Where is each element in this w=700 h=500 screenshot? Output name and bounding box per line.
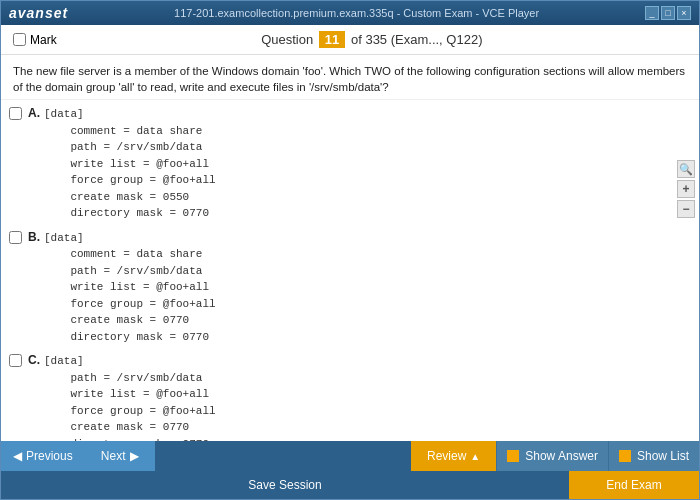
zoom-out-button[interactable]: − <box>677 200 695 218</box>
zoom-controls: 🔍 + − <box>677 160 695 218</box>
answer-label-a: A. <box>28 106 40 120</box>
save-session-button[interactable]: Save Session <box>1 471 569 499</box>
answer-checkbox-c[interactable] <box>9 354 22 367</box>
show-list-label: Show List <box>637 449 689 463</box>
next-button[interactable]: Next ▶ <box>85 441 155 471</box>
main-content: Mark Question 11 of 335 (Exam..., Q122) … <box>1 25 699 499</box>
review-button[interactable]: Review ▲ <box>411 441 496 471</box>
prev-arrow-icon: ◀ <box>13 449 22 463</box>
bottom-toolbar: ◀ Previous Next ▶ Review ▲ Show Answer S… <box>1 441 699 471</box>
minimize-button[interactable]: _ <box>645 6 659 20</box>
question-text: The new file server is a member of the W… <box>1 55 699 100</box>
answer-content-b: [data] comment = data share path = /srv/… <box>44 230 216 346</box>
show-answer-icon <box>507 450 519 462</box>
close-button[interactable]: × <box>677 6 691 20</box>
answer-item-b: B. [data] comment = data share path = /s… <box>9 228 687 348</box>
maximize-button[interactable]: □ <box>661 6 675 20</box>
answer-label-b: B. <box>28 230 40 244</box>
mark-container: Mark <box>13 33 57 47</box>
zoom-search-icon[interactable]: 🔍 <box>677 160 695 178</box>
toolbar-spacer <box>155 441 411 471</box>
title-bar: avanset 117-201.examcollection.premium.e… <box>1 1 699 25</box>
answer-content-c: [data] path = /srv/smb/data write list =… <box>44 353 216 441</box>
review-arrow-icon: ▲ <box>470 451 480 462</box>
question-total: of 335 (Exam..., Q122) <box>351 32 483 47</box>
answer-label-c: C. <box>28 353 40 367</box>
previous-label: Previous <box>26 449 73 463</box>
question-number: 11 <box>319 31 345 48</box>
mark-label: Mark <box>30 33 57 47</box>
previous-button[interactable]: ◀ Previous <box>1 441 85 471</box>
review-label: Review <box>427 449 466 463</box>
window-controls: _ □ × <box>645 6 691 20</box>
next-label: Next <box>101 449 126 463</box>
show-list-icon <box>619 450 631 462</box>
title-bar-left: avanset <box>9 5 68 21</box>
answer-item-c: C. [data] path = /srv/smb/data write lis… <box>9 351 687 441</box>
show-answer-label: Show Answer <box>525 449 598 463</box>
app-logo: avanset <box>9 5 68 21</box>
logo-text: avanset <box>9 5 68 21</box>
answer-checkbox-b[interactable] <box>9 231 22 244</box>
next-arrow-icon: ▶ <box>130 449 139 463</box>
end-exam-label: End Exam <box>606 478 661 492</box>
show-answer-button[interactable]: Show Answer <box>496 441 608 471</box>
answer-item-a: A. [data] comment = data share path = /s… <box>9 104 687 224</box>
answer-checkbox-a[interactable] <box>9 107 22 120</box>
answers-area: A. [data] comment = data share path = /s… <box>1 100 699 441</box>
answer-content-a: [data] comment = data share path = /srv/… <box>44 106 216 222</box>
mark-checkbox[interactable] <box>13 33 26 46</box>
question-header: Mark Question 11 of 335 (Exam..., Q122) <box>1 25 699 55</box>
show-list-button[interactable]: Show List <box>608 441 699 471</box>
save-session-label: Save Session <box>248 478 321 492</box>
app-window: avanset 117-201.examcollection.premium.e… <box>0 0 700 500</box>
question-info: Question 11 of 335 (Exam..., Q122) <box>57 31 687 48</box>
end-exam-button[interactable]: End Exam <box>569 471 699 499</box>
question-label: Question <box>261 32 313 47</box>
window-title: 117-201.examcollection.premium.exam.335q… <box>68 7 645 19</box>
zoom-in-button[interactable]: + <box>677 180 695 198</box>
bottom-toolbar2: Save Session End Exam <box>1 471 699 499</box>
